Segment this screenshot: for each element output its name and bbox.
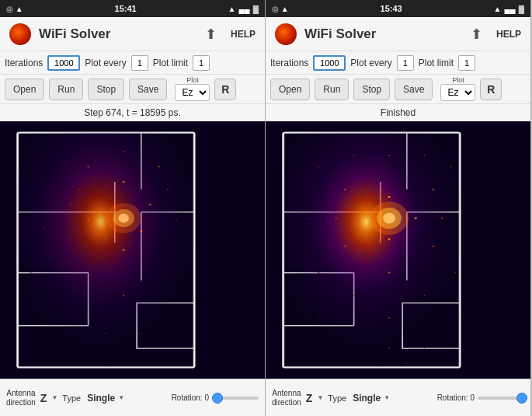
svg-point-33 — [88, 166, 89, 167]
rotation-label-left: Rotation: 0 — [172, 393, 209, 402]
step-info-left: Step 674, t = 18595 ps. — [0, 104, 265, 121]
rotation-slider-track-left[interactable] — [212, 397, 259, 400]
svg-point-62 — [388, 196, 390, 198]
antenna-direction-value-left[interactable]: Z — [40, 392, 47, 404]
svg-point-41 — [110, 363, 111, 364]
svg-point-77 — [423, 295, 425, 296]
plot-select-left[interactable]: Ez Ex Ey Hz — [175, 84, 210, 101]
rotation-label-right: Rotation: 0 — [437, 393, 475, 402]
svg-point-17 — [149, 204, 151, 205]
svg-point-92 — [380, 363, 381, 364]
svg-point-82 — [336, 348, 337, 348]
stop-button-left[interactable]: Stop — [88, 79, 124, 100]
plot-every-input-left[interactable] — [131, 55, 148, 71]
svg-point-34 — [123, 151, 124, 152]
simulation-area-left — [0, 121, 265, 379]
open-button-left[interactable]: Open — [5, 79, 44, 100]
svg-point-46 — [106, 203, 141, 233]
type-label-right: Type — [328, 393, 346, 403]
svg-point-93 — [406, 363, 408, 364]
save-button-left[interactable]: Save — [129, 79, 167, 100]
status-time-right: 15:43 — [381, 4, 402, 13]
svg-point-19 — [176, 219, 177, 221]
svg-point-79 — [318, 317, 319, 319]
status-left-icons: ◎ ▲ — [6, 5, 23, 13]
run-button-right[interactable]: Run — [315, 79, 349, 100]
antenna-direction-label-left: Antenna — [6, 389, 35, 398]
svg-point-71 — [318, 166, 319, 168]
plot-select-right[interactable]: Ez Ex Ey Hz — [440, 84, 475, 101]
status-right-icons-right: ▲ ▄▄ ▓ — [494, 5, 524, 13]
plot-limit-label-left: Plot limit — [153, 58, 188, 68]
rotation-slider-track-right[interactable] — [478, 397, 524, 400]
r-button-right[interactable]: R — [480, 79, 502, 100]
svg-rect-11 — [18, 133, 194, 368]
svg-point-83 — [424, 348, 426, 348]
status-bar-right: ◎ ▲ 15:43 ▲ ▄▄ ▓ — [266, 0, 530, 17]
rotation-slider-thumb-left[interactable] — [212, 393, 223, 404]
share-icon-left[interactable]: ⬆ — [205, 26, 217, 43]
app-logo-right — [275, 23, 297, 45]
svg-point-80 — [457, 317, 459, 319]
plot-limit-input-left[interactable] — [193, 55, 210, 71]
share-icon-right[interactable]: ⬆ — [471, 26, 482, 43]
svg-point-29 — [105, 333, 106, 334]
simulation-area-right — [266, 121, 530, 379]
svg-point-30 — [141, 333, 142, 334]
svg-point-35 — [35, 197, 37, 198]
iterations-input-left[interactable] — [47, 55, 80, 71]
app-title-right: WiFi Solver — [304, 26, 463, 42]
svg-point-20 — [123, 181, 125, 183]
rotation-slider-thumb-right[interactable] — [516, 393, 527, 404]
help-button-left[interactable]: HELP — [231, 29, 256, 40]
bottom-bar-right: Antenna direction Z ▼ Type Single ▼ Rota… — [266, 379, 530, 416]
svg-point-37 — [30, 242, 32, 243]
type-dropdown-arrow-left: ▼ — [118, 394, 124, 401]
svg-point-85 — [296, 250, 297, 250]
sim-svg-right — [266, 121, 530, 379]
type-value-left[interactable]: Single — [87, 393, 115, 404]
app-title-left: WiFi Solver — [39, 26, 197, 42]
svg-point-16 — [105, 238, 106, 239]
svg-point-67 — [344, 188, 346, 190]
svg-point-75 — [388, 272, 391, 274]
toolbar-row1-left: Iterations Plot every Plot limit — [0, 51, 265, 75]
toolbar-row2-right: Open Run Stop Save Plot Ez Ex Ey Hz R — [266, 75, 530, 104]
antenna-direction-group-left: Antenna direction — [6, 389, 36, 407]
step-info-right: Finished — [266, 104, 530, 121]
svg-point-63 — [388, 238, 390, 240]
plot-group-right: Plot Ez Ex Ey Hz — [440, 77, 475, 101]
run-button-left[interactable]: Run — [49, 79, 83, 100]
plot-limit-label-right: Plot limit — [419, 58, 454, 68]
save-button-right[interactable]: Save — [395, 79, 433, 100]
plot-limit-input-right[interactable] — [458, 55, 475, 71]
svg-point-64 — [336, 217, 338, 218]
svg-point-96 — [370, 201, 409, 235]
plot-label-left: Plot — [186, 77, 199, 84]
svg-point-24 — [48, 257, 50, 258]
svg-point-84 — [296, 234, 297, 235]
svg-point-88 — [353, 155, 355, 156]
stop-button-right[interactable]: Stop — [353, 79, 390, 100]
status-left-icons-right: ◎ ▲ — [272, 5, 289, 13]
help-button-right[interactable]: HELP — [496, 29, 521, 40]
svg-point-68 — [433, 188, 435, 190]
svg-point-81 — [388, 348, 390, 349]
svg-point-36 — [189, 197, 190, 198]
antenna-direction-label2-left: direction — [6, 398, 36, 407]
svg-point-14 — [140, 230, 142, 232]
iterations-input-right[interactable] — [313, 55, 346, 71]
plot-every-input-right[interactable] — [397, 55, 414, 71]
svg-point-69 — [344, 245, 346, 246]
sim-svg-left — [0, 121, 265, 379]
phone-panel-right: ◎ ▲ 15:43 ▲ ▄▄ ▓ WiFi Solver ⬆ HELP Iter… — [266, 0, 531, 416]
r-button-left[interactable]: R — [214, 79, 236, 100]
rotation-group-right: Rotation: 0 — [437, 393, 524, 402]
antenna-direction-value-right[interactable]: Z — [306, 392, 313, 404]
status-time-left: 15:41 — [115, 4, 137, 13]
svg-point-18 — [43, 226, 45, 228]
type-value-right[interactable]: Single — [353, 393, 381, 404]
app-logo-left — [9, 23, 31, 45]
svg-point-38 — [192, 242, 193, 243]
open-button-right[interactable]: Open — [270, 79, 310, 100]
